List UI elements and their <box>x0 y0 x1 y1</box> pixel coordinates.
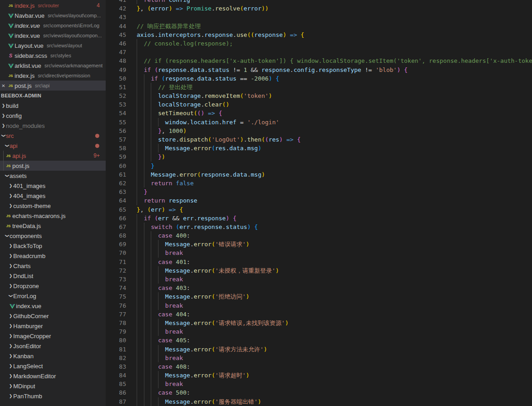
line-number[interactable]: 60 <box>106 162 137 170</box>
open-editor-row[interactable]: Layout.vuesrc\views\layout <box>0 41 106 51</box>
open-editor-row[interactable]: Ssidebar.scsssrc\styles <box>0 51 106 61</box>
line-number[interactable]: 48 <box>106 56 137 65</box>
code-line-content[interactable]: case 500: <box>137 388 532 397</box>
code-line-content[interactable]: case 404: <box>137 310 532 319</box>
line-number[interactable]: 65 <box>106 205 137 214</box>
line-number[interactable]: 75 <box>106 292 137 301</box>
tree-item-jsoneditor[interactable]: ❯JsonEditor <box>0 341 106 351</box>
chevron-right-icon[interactable]: ❯ <box>8 374 13 378</box>
chevron-right-icon[interactable]: ❯ <box>8 274 13 278</box>
line-number[interactable]: 47 <box>106 48 137 56</box>
code-line-content[interactable]: setTimeout(() => { <box>137 109 532 117</box>
line-number[interactable]: 41 <box>106 0 137 4</box>
chevron-down-icon[interactable]: ❯ <box>5 143 10 148</box>
code-line-content[interactable]: }, 1000) <box>137 127 532 135</box>
line-number[interactable]: 52 <box>106 91 137 100</box>
code-line-content[interactable]: return response <box>137 196 532 205</box>
chevron-right-icon[interactable]: ❯ <box>8 324 13 328</box>
chevron-right-icon[interactable]: ❯ <box>8 264 13 268</box>
code-line-content[interactable]: Message.error('服务器端出错') <box>137 397 532 406</box>
code-line-content[interactable]: window.location.href = './login' <box>137 118 532 127</box>
code-line-content[interactable]: break <box>137 275 532 284</box>
line-number[interactable]: 62 <box>106 179 137 188</box>
line-number[interactable]: 53 <box>106 100 137 109</box>
chevron-right-icon[interactable]: ❯ <box>8 254 13 258</box>
line-number[interactable]: 76 <box>106 301 137 310</box>
open-editor-row[interactable]: JSindex.jssrc\directive\permission <box>0 71 106 81</box>
code-line-content[interactable]: case 401: <box>137 258 532 266</box>
line-number[interactable]: 85 <box>106 380 137 388</box>
tree-item-custom-theme[interactable]: ❯custom-theme <box>0 201 106 211</box>
line-number[interactable]: 84 <box>106 371 137 380</box>
code-line-content[interactable] <box>137 13 532 21</box>
line-number[interactable]: 72 <box>106 266 137 275</box>
tree-item-api[interactable]: ❯api <box>0 141 106 151</box>
line-number[interactable]: 86 <box>106 388 137 397</box>
code-line-content[interactable]: Message.error('请求超时') <box>137 371 532 380</box>
line-number[interactable]: 73 <box>106 275 137 284</box>
chevron-right-icon[interactable]: ❯ <box>8 183 13 188</box>
line-number[interactable]: 51 <box>106 83 137 91</box>
line-number[interactable]: 49 <box>106 66 137 74</box>
code-line-content[interactable]: return false <box>137 179 532 188</box>
code-line-content[interactable]: break <box>137 354 532 362</box>
code-line-content[interactable]: switch (err.response.status) { <box>137 223 532 231</box>
code-editor[interactable]: 41return config42}, (error) => Promise.r… <box>106 0 532 406</box>
line-number[interactable]: 44 <box>106 22 137 30</box>
code-line-content[interactable]: Message.error('错误请求') <box>137 240 532 249</box>
code-line-content[interactable]: axios.interceptors.response.use((respons… <box>137 30 532 39</box>
code-line-content[interactable]: Message.error('拒绝访问') <box>137 292 532 301</box>
line-number[interactable]: 71 <box>106 258 137 266</box>
line-number[interactable]: 68 <box>106 231 137 240</box>
line-number[interactable]: 61 <box>106 170 137 179</box>
tree-item-post.js[interactable]: JSpost.js <box>0 161 106 171</box>
tree-item-index.vue[interactable]: index.vue <box>0 301 106 311</box>
close-icon[interactable]: ✕ <box>0 83 7 88</box>
tree-item-401_images[interactable]: ❯401_images <box>0 181 106 191</box>
open-editor-row[interactable]: ✕JSpost.jssrc\api <box>0 81 106 91</box>
line-number[interactable]: 54 <box>106 109 137 117</box>
code-line-content[interactable]: break <box>137 380 532 388</box>
code-line-content[interactable]: // 响应拦截器异常处理 <box>137 22 532 30</box>
code-line-content[interactable]: }, (err) => { <box>137 205 532 214</box>
line-number[interactable]: 82 <box>106 354 137 362</box>
line-number[interactable]: 45 <box>106 30 137 39</box>
tree-item-githubcorner[interactable]: ❯GithubCorner <box>0 311 106 321</box>
chevron-right-icon[interactable]: ❯ <box>8 344 13 348</box>
line-number[interactable]: 64 <box>106 196 137 205</box>
code-line-content[interactable]: case 403: <box>137 284 532 292</box>
line-number[interactable]: 83 <box>106 362 137 371</box>
chevron-right-icon[interactable]: ❯ <box>1 123 6 128</box>
code-line-content[interactable]: Message.error('未授权，请重新登录') <box>137 266 532 275</box>
tree-item-mdinput[interactable]: ❯MDinput <box>0 381 106 391</box>
code-line-content[interactable]: if (response.data.status == -2006) { <box>137 74 532 83</box>
code-line-content[interactable]: break <box>137 327 532 336</box>
line-number[interactable]: 58 <box>106 144 137 152</box>
code-line-content[interactable]: store.dispatch('LogOut').then((res) => { <box>137 135 532 144</box>
open-editor-row[interactable]: arklist.vuesrc\views\arkmanagement <box>0 61 106 71</box>
code-line-content[interactable]: Message.error(res.data.msg) <box>137 144 532 152</box>
chevron-right-icon[interactable]: ❯ <box>8 244 13 248</box>
tree-item-node_modules[interactable]: ❯node_modules <box>0 121 106 131</box>
line-number[interactable]: 77 <box>106 310 137 319</box>
line-number[interactable]: 87 <box>106 397 137 406</box>
code-line-content[interactable]: } <box>137 162 532 170</box>
code-line-content[interactable]: }, (error) => Promise.resolve(error)) <box>137 4 532 13</box>
line-number[interactable]: 56 <box>106 127 137 135</box>
line-number[interactable]: 46 <box>106 39 137 48</box>
tree-item-breadcrumb[interactable]: ❯Breadcrumb <box>0 251 106 261</box>
line-number[interactable]: 43 <box>106 13 137 21</box>
tree-item-dropzone[interactable]: ❯Dropzone <box>0 281 106 291</box>
code-line-content[interactable]: Message.error('请求方法未允许') <box>137 345 532 354</box>
code-line-content[interactable]: localStorage.clear() <box>137 100 532 109</box>
chevron-right-icon[interactable]: ❯ <box>8 394 13 398</box>
chevron-right-icon[interactable]: ❯ <box>1 113 6 118</box>
code-line-content[interactable]: } <box>137 188 532 196</box>
tree-item-src[interactable]: ❯src <box>0 131 106 141</box>
chevron-right-icon[interactable]: ❯ <box>8 354 13 358</box>
code-line-content[interactable]: case 408: <box>137 362 532 371</box>
line-number[interactable]: 50 <box>106 74 137 83</box>
code-line-content[interactable] <box>137 48 532 56</box>
code-line-content[interactable]: if (response.data.status != 1 && respons… <box>137 66 532 74</box>
line-number[interactable]: 57 <box>106 135 137 144</box>
